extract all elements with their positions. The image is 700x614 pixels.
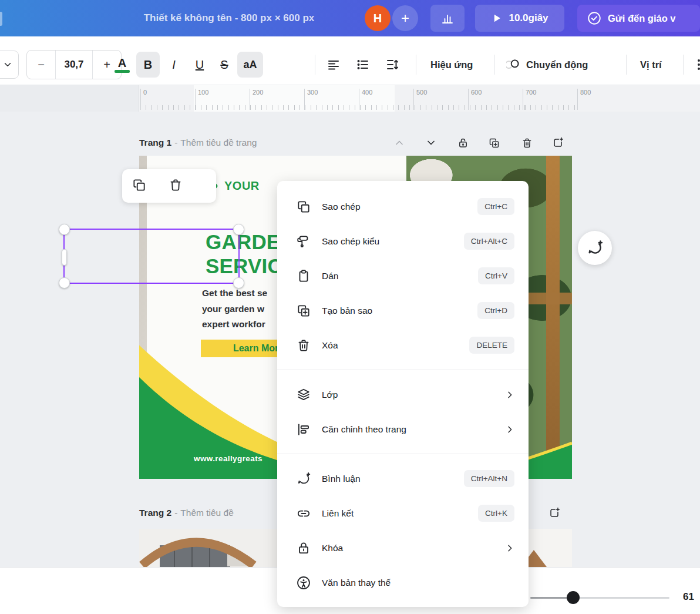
text-align-button[interactable] (323, 54, 344, 75)
page1-title: Trang 1 (139, 137, 171, 148)
add-member-button[interactable]: + (392, 5, 418, 31)
ruler-minor-ticks (140, 105, 580, 110)
comment-plus-icon (586, 239, 604, 257)
selection-handle-left[interactable] (62, 249, 67, 266)
font-selector-partial[interactable] (0, 51, 19, 79)
duration-label: 10.0giây (509, 12, 548, 24)
chevron-down-icon (2, 59, 13, 70)
paint-roller-icon (296, 234, 311, 249)
menu-item-duplicate[interactable]: Tạo bản sao Ctrl+D (277, 293, 529, 328)
ruler-corner (0, 85, 139, 112)
page1-header: Trang 1 - Thêm tiêu đề trang (139, 134, 386, 152)
page1-delete-button[interactable] (520, 136, 534, 150)
copy-icon[interactable] (132, 177, 147, 193)
format-toolbar: − 30,7 + A B I U S aA Hiệu ứng Chuyển độ (0, 36, 700, 85)
menu-item-lock[interactable]: Khóa (277, 531, 529, 565)
menu-item-copy-style[interactable]: Sao chép kiểu Ctrl+Alt+C (277, 224, 529, 259)
selection-handle-bottom-left[interactable] (59, 277, 70, 288)
menu-item-align-to-page[interactable]: Căn chỉnh theo trang (277, 412, 529, 447)
shortcut-badge: Ctrl+Alt+C (464, 233, 514, 250)
body-text[interactable]: Get the best se your garden w expert wor… (202, 286, 267, 333)
body-line3: expert workfor (202, 317, 267, 333)
zoom-value: 61 (683, 591, 694, 603)
menu-item-copy[interactable]: Sao chép Ctrl+C (277, 189, 529, 224)
more-options-button[interactable] (688, 54, 700, 75)
menu-label: Liên kết (322, 508, 467, 519)
menu-item-paste[interactable]: Dán Ctrl+V (277, 259, 529, 293)
duplicate-icon (296, 303, 311, 318)
avatar[interactable]: H (365, 5, 391, 31)
page1-move-down-button[interactable] (424, 136, 438, 150)
accessibility-icon (296, 575, 311, 590)
menu-item-delete[interactable]: Xóa DELETE (277, 328, 529, 363)
ruler-label: 100 (198, 89, 208, 96)
menu-label: Căn chỉnh theo trang (322, 424, 494, 435)
strikethrough-button[interactable]: S (213, 52, 236, 78)
document-title[interactable]: Thiết kế không tên - 800 px × 600 px (88, 0, 370, 36)
list-button[interactable] (352, 54, 373, 75)
bold-button[interactable]: B (136, 52, 160, 78)
page1-lock-button[interactable] (456, 136, 470, 150)
present-button[interactable]: 10.0giây (475, 5, 564, 32)
text-case-button[interactable]: aA (237, 52, 263, 78)
page1-move-up-button[interactable] (392, 136, 406, 150)
text-color-button[interactable]: A (110, 52, 134, 78)
divider (416, 55, 416, 75)
selection-handle-top-left[interactable] (59, 224, 70, 235)
menu-item-alt-text[interactable]: Văn bản thay thế (277, 565, 529, 600)
animate-icon (506, 57, 521, 72)
body-line1: Get the best se (202, 286, 267, 301)
link-icon (296, 506, 311, 521)
add-page-icon (548, 506, 561, 519)
page1-subtitle[interactable]: Thêm tiêu đề trang (180, 137, 257, 148)
font-size-decrease-button[interactable]: − (27, 51, 55, 79)
duplicate-page-icon (488, 137, 500, 149)
position-button[interactable]: Vị trí (640, 52, 662, 78)
clipboard-icon (296, 269, 311, 284)
font-size-value[interactable]: 30,7 (55, 51, 93, 79)
menu-item-link[interactable]: Liên kết Ctrl+K (277, 496, 529, 531)
check-circle-icon (587, 11, 602, 26)
selection-handle-top-right[interactable] (233, 224, 244, 235)
insights-button[interactable] (430, 5, 465, 32)
lock-icon (457, 137, 469, 149)
lock-icon (296, 541, 311, 556)
ruler-tick (577, 89, 578, 110)
menu-label: Bình luận (322, 474, 453, 484)
chevron-right-icon (505, 390, 514, 400)
animate-button[interactable]: Chuyển động (506, 52, 588, 78)
add-comment-fab[interactable] (578, 231, 612, 265)
send-to-teacher-button[interactable]: Gửi đến giáo v (577, 5, 700, 32)
text-selection-box[interactable] (63, 229, 240, 284)
line-spacing-button[interactable] (382, 54, 403, 75)
ruler-tick (359, 89, 359, 110)
layers-icon (296, 387, 311, 402)
brand-name: YOUR (224, 179, 260, 193)
add-page-icon (551, 136, 564, 149)
ruler-label: 800 (580, 89, 591, 96)
trash-icon (521, 137, 533, 149)
menu-item-layers[interactable]: Lớp (277, 377, 529, 412)
align-page-icon (296, 422, 311, 437)
menu-separator (277, 370, 529, 370)
italic-button[interactable]: I (162, 52, 186, 78)
page2-subtitle[interactable]: Thêm tiêu đề (180, 508, 233, 518)
page1-add-page-button[interactable] (551, 136, 565, 150)
selection-handle-bottom-right[interactable] (233, 277, 244, 288)
menu-label: Lớp (322, 390, 494, 400)
trash-icon[interactable] (168, 177, 183, 193)
page2-add-page-button[interactable] (547, 506, 561, 520)
zoom-slider-knob[interactable] (567, 591, 580, 604)
position-label: Vị trí (640, 59, 662, 71)
text-color-swatch (115, 70, 130, 73)
horizontal-ruler: 0 100 200 300 400 500 600 700 800 (0, 85, 700, 112)
effects-button[interactable]: Hiệu ứng (430, 52, 473, 78)
chevron-right-icon (505, 543, 514, 553)
menu-item-comment[interactable]: Bình luận Ctrl+Alt+N (277, 461, 529, 496)
shortcut-badge: DELETE (469, 337, 514, 354)
menu-label: Sao chép kiểu (322, 236, 453, 247)
page1-duplicate-button[interactable] (487, 136, 501, 150)
send-label: Gửi đến giáo v (608, 13, 676, 24)
underline-button[interactable]: U (188, 52, 211, 78)
website-text[interactable]: www.reallygreats (194, 454, 262, 463)
